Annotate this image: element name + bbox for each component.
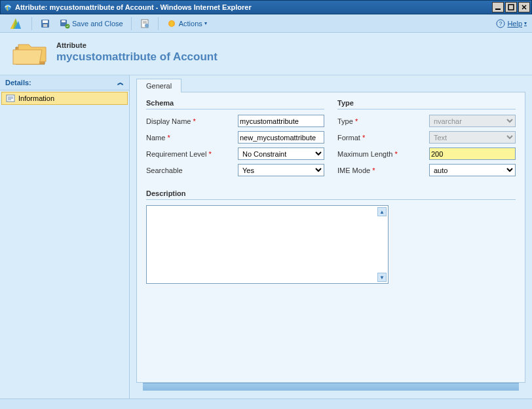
toolbar-separator — [31, 17, 32, 30]
svg-rect-1 — [495, 9, 501, 10]
requirement-level-select[interactable]: No Constraint — [238, 147, 324, 160]
save-button[interactable] — [37, 17, 53, 30]
svg-rect-6 — [43, 20, 48, 23]
svg-rect-2 — [508, 5, 514, 10]
window-controls — [492, 2, 530, 12]
searchable-select[interactable]: Yes — [238, 164, 324, 176]
svg-text:?: ? — [499, 20, 503, 27]
content-area: Details: ︽ Information General Schema Di… — [0, 75, 532, 399]
type-select: nvarchar — [429, 115, 516, 127]
schema-title: Schema — [146, 99, 324, 109]
ime-mode-select[interactable]: auto — [429, 164, 516, 176]
sidebar-section-label: Details: — [5, 79, 31, 87]
requirement-level-label: Requirement Level * — [146, 150, 238, 158]
save-icon — [40, 18, 50, 29]
description-title: Description — [146, 189, 516, 200]
page-kicker: Attribute — [56, 41, 218, 49]
svg-rect-9 — [62, 20, 66, 22]
toolbar-separator — [158, 17, 159, 30]
tab-strip: General — [136, 78, 525, 92]
help-label: Help — [507, 20, 522, 28]
scroll-down-button[interactable]: ▼ — [377, 273, 387, 282]
help-icon: ? — [496, 19, 505, 28]
sidebar-section-header[interactable]: Details: ︽ — [0, 75, 129, 90]
sidebar: Details: ︽ Information — [0, 75, 130, 399]
window-title: Attribute: mycustomattribute of Account … — [15, 3, 492, 11]
type-section: Type Type * nvarchar Format * — [337, 99, 516, 180]
chevron-up-icon: ︽ — [117, 78, 124, 87]
sidebar-item-label: Information — [18, 94, 54, 102]
minimize-button[interactable] — [492, 2, 504, 12]
page-header: Attribute mycustomattribute of Account — [0, 33, 532, 75]
schema-section: Schema Display Name * Name * Requirement… — [146, 99, 324, 180]
tab-label: General — [146, 82, 172, 90]
form-body: Schema Display Name * Name * Requirement… — [136, 92, 525, 383]
ime-mode-label: IME Mode * — [337, 166, 429, 174]
footer-bar — [0, 399, 532, 409]
close-button[interactable] — [518, 2, 530, 12]
actions-icon — [166, 18, 177, 29]
document-icon — [6, 94, 15, 102]
toolbar: Save and Close Actions ▾ ? Help ▾ — [0, 14, 532, 33]
save-and-close-button[interactable]: Save and Close — [57, 17, 126, 30]
maximize-button[interactable] — [505, 2, 517, 12]
help-link[interactable]: ? Help ▾ — [496, 19, 527, 28]
crm-logo-icon — [8, 16, 24, 31]
save-close-label: Save and Close — [72, 20, 123, 28]
chevron-down-icon: ▾ — [524, 20, 527, 26]
type-title: Type — [337, 99, 516, 109]
max-length-input[interactable] — [429, 147, 516, 160]
sidebar-item-information[interactable]: Information — [1, 92, 128, 105]
name-input[interactable] — [238, 131, 324, 144]
main-panel: General Schema Display Name * Name * — [130, 75, 532, 399]
toolbar-separator — [131, 17, 132, 30]
ie-icon — [3, 3, 12, 12]
actions-menu[interactable]: Actions ▾ — [164, 17, 210, 30]
display-name-input[interactable] — [238, 115, 324, 127]
actions-label: Actions — [179, 20, 202, 28]
window-titlebar: Attribute: mycustomattribute of Account … — [0, 0, 532, 14]
tab-general[interactable]: General — [136, 79, 181, 92]
description-textarea[interactable]: ▲ ▼ — [146, 205, 389, 284]
type-label: Type * — [337, 117, 429, 125]
searchable-label: Searchable — [146, 166, 238, 174]
format-select: Text — [429, 131, 516, 144]
chevron-down-icon: ▾ — [204, 20, 207, 26]
properties-icon — [140, 18, 150, 29]
max-length-label: Maximum Length * — [337, 150, 429, 158]
properties-button[interactable] — [137, 17, 153, 30]
folder-icon — [12, 38, 48, 67]
svg-point-14 — [145, 24, 149, 28]
page-title: mycustomattribute of Account — [56, 50, 218, 64]
status-bar — [143, 383, 519, 391]
display-name-label: Display Name * — [146, 117, 238, 125]
format-label: Format * — [337, 134, 429, 142]
description-section: Description ▲ ▼ — [146, 189, 516, 284]
scroll-up-button[interactable]: ▲ — [377, 207, 387, 216]
name-label: Name * — [146, 134, 238, 142]
svg-rect-7 — [43, 24, 47, 27]
save-close-icon — [60, 18, 70, 29]
